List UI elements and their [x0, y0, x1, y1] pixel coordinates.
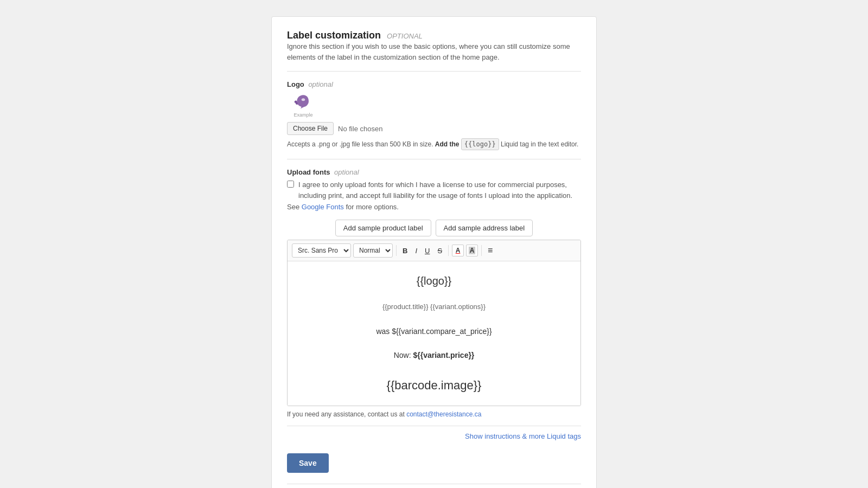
- underline-button[interactable]: U: [422, 245, 432, 256]
- editor-line-now: Now: ${{variant.price}}: [296, 349, 572, 361]
- editor-top-buttons: Add sample product label Add sample addr…: [287, 220, 581, 236]
- fonts-license-checkbox[interactable]: [287, 181, 294, 188]
- font-size-select[interactable]: Normal: [353, 243, 393, 258]
- logo-example-text: Example: [293, 112, 312, 118]
- add-sample-product-button[interactable]: Add sample product label: [335, 220, 431, 236]
- toolbar-divider-3: [481, 245, 482, 256]
- editor-toolbar: Src. Sans Pro Normal B I U S A A: [288, 240, 580, 261]
- section-title-text: Label customization: [287, 30, 381, 41]
- section-title-optional: OPTIONAL: [387, 32, 423, 40]
- logo-image: [290, 92, 316, 111]
- highlight-button[interactable]: A: [466, 245, 478, 256]
- section-description: Ignore this section if you wish to use t…: [287, 41, 581, 62]
- editor-wrapper: Src. Sans Pro Normal B I U S A A: [287, 240, 581, 406]
- liquid-tag-logo: {{logo}}: [461, 138, 499, 150]
- section-title-row: Label customization OPTIONAL: [287, 30, 581, 41]
- file-hint: Accepts a .png or .jpg file less than 50…: [287, 138, 581, 150]
- checkbox-row: I agree to only upload fonts for which I…: [287, 179, 581, 201]
- no-file-text: No file chosen: [338, 125, 382, 133]
- bold-button[interactable]: B: [400, 245, 410, 256]
- toolbar-divider-1: [396, 245, 397, 256]
- save-button-row: Save: [287, 442, 581, 473]
- more-options-text: for more options.: [346, 203, 399, 211]
- file-input-row: Choose File No file chosen: [287, 122, 581, 135]
- file-hint-bold: Add the: [435, 140, 459, 148]
- now-prefix: Now:: [394, 351, 413, 359]
- checkbox-label-text: I agree to only upload fonts for which I…: [298, 179, 581, 201]
- upload-fonts-label: Upload fonts optional: [287, 168, 581, 176]
- file-hint-suffix: Liquid tag in the text editor.: [501, 140, 578, 148]
- editor-line-barcode: {{barcode.image}}: [296, 376, 572, 395]
- upload-fonts-section: Upload fonts optional I agree to only up…: [287, 168, 581, 211]
- google-fonts-link[interactable]: Google Fonts: [302, 203, 344, 211]
- font-color-button[interactable]: A: [452, 245, 464, 256]
- choose-file-button[interactable]: Choose File: [287, 122, 334, 135]
- save-button[interactable]: Save: [287, 453, 329, 473]
- add-sample-address-button[interactable]: Add sample address label: [436, 220, 533, 236]
- assist-text: If you need any assistance, contact us a…: [287, 410, 581, 418]
- divider-1: [287, 71, 581, 72]
- upload-fonts-optional: optional: [334, 168, 359, 176]
- assist-email-link[interactable]: contact@theresistance.ca: [406, 410, 481, 418]
- see-text: See: [287, 203, 299, 211]
- editor-line-was: was ${{variant.compare_at_price}}: [296, 325, 572, 337]
- editor-line-product: {{product.title}} {{variant.options}}: [296, 301, 572, 313]
- editor-section: Add sample product label Add sample addr…: [287, 220, 581, 440]
- align-button[interactable]: ≡: [485, 244, 495, 257]
- instructions-link[interactable]: Show instructions & more Liquid tags: [465, 432, 581, 440]
- font-family-select[interactable]: Src. Sans Pro: [292, 243, 351, 258]
- italic-button[interactable]: I: [412, 245, 420, 256]
- logo-preview: Example: [287, 92, 320, 118]
- assist-prefix: If you need any assistance, contact us a…: [287, 410, 405, 418]
- logo-svg: [292, 93, 315, 110]
- google-fonts-row: See Google Fonts for more options.: [287, 203, 581, 211]
- file-hint-prefix: Accepts a .png or .jpg file less than 50…: [287, 140, 433, 148]
- instructions-link-row: Show instructions & more Liquid tags: [287, 426, 581, 440]
- editor-line-logo: {{logo}}: [296, 272, 572, 290]
- logo-optional-label: optional: [308, 80, 333, 88]
- strikethrough-button[interactable]: S: [435, 245, 445, 256]
- now-price: ${{variant.price}}: [413, 351, 474, 359]
- main-panel: Label customization OPTIONAL Ignore this…: [271, 16, 597, 488]
- toolbar-divider-2: [448, 245, 449, 256]
- divider-2: [287, 159, 581, 159]
- logo-field-label: Logo optional: [287, 80, 581, 88]
- editor-content[interactable]: {{logo}} {{product.title}} {{variant.opt…: [288, 261, 580, 406]
- divider-3: [287, 484, 581, 484]
